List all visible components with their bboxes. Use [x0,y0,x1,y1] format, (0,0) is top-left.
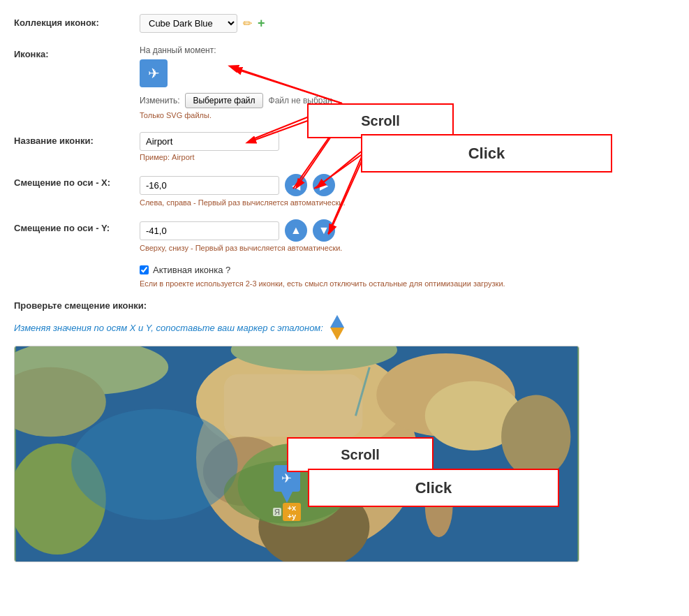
offset-x-left-button[interactable]: ◀ [285,174,307,196]
active-icon-checkbox[interactable] [140,265,149,274]
offset-x-hint: Слева, справа - Первый раз вычисляется а… [140,198,675,207]
offset-y-down-button[interactable]: ▼ [313,219,335,242]
offset-x-input[interactable] [140,176,279,195]
offset-y-input[interactable] [140,221,279,240]
icon-name-hint: Пример: Airport [140,153,675,161]
collection-content: Cube Dark BlueDefaultCustom ✏ + [140,14,675,33]
active-icon-empty-label [14,265,140,268]
map-marker[interactable]: ✈ Я +x +y [273,465,301,521]
offset-x-label: Смещение по оси - X: [14,174,140,188]
svg-point-10 [501,395,570,478]
xy-marker: +x +y [283,503,301,521]
no-file-text: Файл не выбран [269,96,332,105]
icon-row: Иконка: На данный момент: ✈ Изменить: Вы… [14,45,675,119]
offset-y-controls: ▲ ▼ [140,219,675,242]
map-marker-pin [281,492,292,503]
icon-name-label: Название иконки: [14,132,140,146]
scroll-annotation-box: Scroll [287,437,434,472]
reference-marker-icon [330,315,344,340]
current-icon-label: На данный момент: [140,45,675,55]
icon-name-row: Название иконки: Пример: Airport [14,132,675,161]
offset-y-content: ▲ ▼ Сверху, снизу - Первый раз вычисляет… [140,219,675,252]
icon-name-content: Пример: Airport [140,132,675,161]
collection-select[interactable]: Cube Dark BlueDefaultCustom [140,14,237,33]
check-offset-section: Проверьте смещение иконки: Изменяя значе… [14,300,675,562]
icon-preview-box: ✈ [140,59,168,87]
icon-content: На данный момент: ✈ Изменить: Выберите ф… [140,45,675,119]
svg-rect-15 [224,374,363,437]
map-container[interactable]: ✈ Я +x +y Scroll Click [14,346,579,562]
icon-name-input[interactable] [140,132,279,151]
active-icon-row: Активная иконка ? Если в проекте использ… [14,265,675,288]
add-collection-icon[interactable]: + [258,16,265,31]
icon-label: Иконка: [14,45,140,59]
active-icon-hint: Если в проекте используется 2-3 иконки, … [140,279,675,288]
svg-only-hint: Только SVG файлы. [140,111,675,119]
collection-row: Коллекция иконок: Cube Dark BlueDefaultC… [14,14,675,33]
form-wrapper: Коллекция иконок: Cube Dark BlueDefaultC… [14,14,675,562]
check-offset-instruction: Изменяя значения по осям X и Y, сопостав… [14,315,675,340]
collection-label: Коллекция иконок: [14,14,140,28]
active-icon-checkbox-row: Активная иконка ? [140,265,675,275]
offset-x-row: Смещение по оси - X: ◀ ▶ Слева, справа -… [14,174,675,207]
offset-y-label: Смещение по оси - Y: [14,219,140,233]
offset-y-hint: Сверху, снизу - Первый раз вычисляется а… [140,244,675,252]
offset-x-controls: ◀ ▶ [140,174,675,196]
edit-collection-icon[interactable]: ✏ [243,17,252,30]
change-row: Изменить: Выберите файл Файл не выбран [140,93,675,108]
offset-y-row: Смещение по оси - Y: ▲ ▼ Сверху, снизу -… [14,219,675,252]
choose-file-button[interactable]: Выберите файл [185,93,262,108]
click-annotation-box: Click [308,469,559,507]
offset-x-content: ◀ ▶ Слева, справа - Первый раз вычисляет… [140,174,675,207]
offset-y-up-button[interactable]: ▲ [285,219,307,242]
svg-point-14 [71,409,237,520]
ya-label: Я [273,508,281,516]
change-label: Изменить: [140,96,179,105]
check-offset-title: Проверьте смещение иконки: [14,300,675,311]
offset-x-right-button[interactable]: ▶ [313,174,335,196]
active-icon-content: Активная иконка ? Если в проекте использ… [140,265,675,288]
plane-icon: ✈ [148,65,160,82]
active-icon-text: Активная иконка ? [153,265,230,275]
